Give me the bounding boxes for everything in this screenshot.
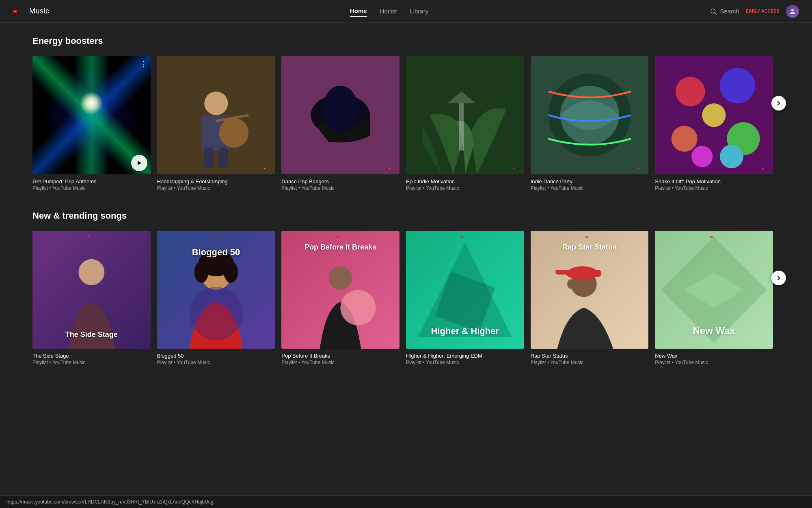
card-thumb-indie-dance xyxy=(531,56,649,174)
overlay-text-rap-star: Rap Star Status xyxy=(537,243,642,252)
logo[interactable]: Music xyxy=(13,7,50,16)
card-menu-get-pumped[interactable]: ⋮ xyxy=(140,59,147,68)
svg-point-68 xyxy=(567,279,574,289)
svg-point-42 xyxy=(78,259,104,285)
card-title-pop-before: Pop Before It Breaks xyxy=(281,353,400,359)
card-thumb-blogged-50: Blogged 50 xyxy=(157,231,275,349)
svg-rect-21 xyxy=(459,103,464,150)
svg-point-4 xyxy=(791,9,794,11)
card-shake-it-off[interactable]: Shake It Off: Pop Motivation Playlist • … xyxy=(655,56,773,191)
svg-rect-12 xyxy=(219,148,228,168)
overlay-text-new-wax: New Wax xyxy=(693,325,735,336)
card-title-side-stage: The Side Stage xyxy=(32,353,151,359)
search-bar[interactable]: Search xyxy=(710,8,740,15)
yt-icon-dance-pop xyxy=(388,165,396,171)
card-title-indie-dance: Indie Dance Party xyxy=(531,178,649,185)
svg-rect-67 xyxy=(555,270,568,275)
card-title-new-wax: New Wax xyxy=(655,353,773,359)
card-sub-shake-it-off: Playlist • YouTube Music xyxy=(655,185,773,191)
card-title-get-pumped: Get Pumped: Pop Anthems xyxy=(32,178,151,185)
yt-icon-pop-before-top xyxy=(337,234,345,240)
svg-point-50 xyxy=(190,287,243,340)
card-title-handclapping: Handclapping & Footstomping xyxy=(157,178,275,185)
card-thumb-pop-before: Pop Before It Breaks xyxy=(281,231,400,349)
energy-boosters-title: Energy boosters xyxy=(32,36,780,46)
artwork-flowers xyxy=(655,56,773,174)
card-indie-dance[interactable]: Indie Dance Party Playlist • YouTube Mus… xyxy=(531,56,649,191)
card-title-blogged-50: Blogged 50 xyxy=(157,353,275,359)
chevron-right-icon xyxy=(775,100,782,107)
artwork-plants xyxy=(406,56,524,174)
early-access-badge: EARLY ACCESS xyxy=(746,9,780,13)
yt-icon-side-stage-top xyxy=(87,234,95,240)
svg-point-9 xyxy=(219,118,248,148)
card-thumb-rap-star: Rap Star Status xyxy=(531,231,649,349)
nav-right: Search EARLY ACCESS xyxy=(710,5,799,18)
card-sub-dance-pop: Playlist • YouTube Music xyxy=(281,185,400,191)
svg-point-17 xyxy=(323,86,358,133)
svg-line-3 xyxy=(715,13,716,14)
card-new-wax[interactable]: New Wax New Wax Playlist • YouTube Music xyxy=(655,231,773,366)
overlay-text-pop-before: Pop Before It Breaks xyxy=(288,243,393,252)
card-title-dance-pop: Dance Pop Bangers xyxy=(281,178,400,185)
svg-marker-5 xyxy=(138,161,141,165)
yt-icon-new-wax-top xyxy=(710,234,718,240)
new-trending-title: New & trending songs xyxy=(32,211,780,221)
yt-icon-handclapping xyxy=(263,165,272,171)
card-higher-higher[interactable]: Higher & Higher Higher & Higher: Emergin… xyxy=(406,231,524,366)
chevron-right-icon-2 xyxy=(775,274,782,282)
nav-library[interactable]: Library xyxy=(410,6,428,16)
avatar[interactable] xyxy=(786,5,799,18)
svg-point-48 xyxy=(194,261,208,282)
search-label: Search xyxy=(720,8,740,15)
logo-text: Music xyxy=(29,7,50,15)
card-sub-indie-dance: Playlist • YouTube Music xyxy=(531,185,649,191)
new-trending-row: The Side Stage The Side Stage Playlist •… xyxy=(32,231,780,366)
card-sub-get-pumped: Playlist • YouTube Music xyxy=(32,185,151,191)
energy-boosters-section: Energy boosters ⋮ Get Pumped: Pop Anthem… xyxy=(32,36,780,191)
card-thumb-epic-indie xyxy=(406,56,524,174)
card-pop-before[interactable]: Pop Before It Breaks Pop Before It Break… xyxy=(281,231,400,366)
main-content: Energy boosters ⋮ Get Pumped: Pop Anthem… xyxy=(0,23,812,404)
svg-point-55 xyxy=(341,290,376,325)
play-button-get-pumped[interactable] xyxy=(131,155,147,171)
new-trending-section: New & trending songs xyxy=(32,211,780,366)
card-thumb-side-stage: The Side Stage xyxy=(32,231,151,349)
status-bar: https://music.youtube.com/browse/VLRDCLA… xyxy=(0,495,812,508)
nav-links: Home Hotlist Library xyxy=(69,6,710,17)
card-thumb-new-wax: New Wax xyxy=(655,231,773,349)
card-blogged-50[interactable]: Blogged 50 Blogged 50 Playlist • YouTube… xyxy=(157,231,275,366)
overlay-text-side-stage: The Side Stage xyxy=(65,330,118,339)
card-title-higher-higher: Higher & Higher: Emerging EDM xyxy=(406,353,524,359)
card-handclapping[interactable]: Handclapping & Footstomping Playlist • Y… xyxy=(157,56,275,191)
svg-rect-11 xyxy=(204,148,213,168)
card-dance-pop[interactable]: Dance Pop Bangers Playlist • YouTube Mus… xyxy=(281,56,400,191)
card-epic-indie[interactable]: Epic Indie Motivation Playlist • YouTube… xyxy=(406,56,524,191)
yt-icon-blogged-50-top xyxy=(212,234,220,240)
card-thumb-higher-higher: Higher & Higher xyxy=(406,231,524,349)
card-get-pumped[interactable]: ⋮ Get Pumped: Pop Anthems Playlist • You… xyxy=(32,56,151,191)
card-title-epic-indie: Epic Indie Motivation xyxy=(406,178,524,185)
card-title-rap-star: Rap Star Status xyxy=(531,353,649,359)
overlay-text-higher: Higher & Higher xyxy=(431,326,499,336)
svg-point-49 xyxy=(224,261,238,282)
artwork-laser xyxy=(32,56,151,174)
trending-scroll-right[interactable] xyxy=(771,271,786,285)
artwork-abstract xyxy=(531,56,649,174)
search-icon xyxy=(710,8,717,15)
card-sub-new-wax: Playlist • YouTube Music xyxy=(655,360,773,365)
nav-hotlist[interactable]: Hotlist xyxy=(380,6,397,16)
navigation: Music Home Hotlist Library Search EARLY … xyxy=(0,0,812,23)
card-thumb-dance-pop xyxy=(281,56,400,174)
card-thumb-get-pumped: ⋮ xyxy=(32,56,151,174)
yt-icon-rap-star-top xyxy=(585,234,594,240)
card-side-stage[interactable]: The Side Stage The Side Stage Playlist •… xyxy=(32,231,151,366)
svg-point-7 xyxy=(204,91,228,115)
card-rap-star[interactable]: Rap Star Status Rap Star Status Playlist… xyxy=(531,231,649,366)
card-sub-rap-star: Playlist • YouTube Music xyxy=(531,360,649,365)
energy-scroll-right[interactable] xyxy=(771,96,786,111)
card-sub-blogged-50: Playlist • YouTube Music xyxy=(157,360,275,365)
svg-rect-38 xyxy=(655,56,773,174)
nav-home[interactable]: Home xyxy=(350,6,367,17)
svg-rect-66 xyxy=(566,270,601,277)
